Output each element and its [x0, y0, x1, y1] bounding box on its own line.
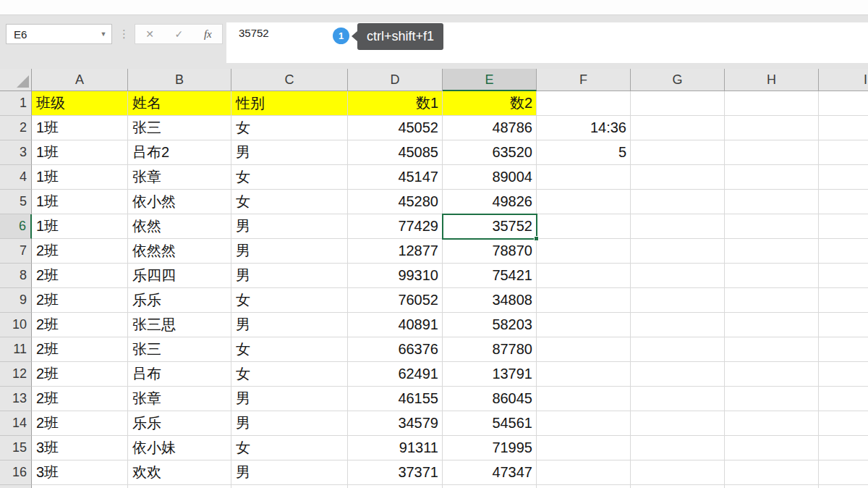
cell[interactable]: 78870: [443, 239, 537, 264]
cell[interactable]: 35752: [443, 214, 537, 239]
cell[interactable]: 63520: [443, 140, 537, 165]
cell[interactable]: [631, 362, 725, 387]
cell[interactable]: [819, 313, 868, 337]
cell[interactable]: 性别: [231, 91, 348, 116]
cell[interactable]: 34579: [348, 411, 443, 436]
cell[interactable]: 数2: [443, 91, 537, 116]
cell[interactable]: 2班: [32, 264, 128, 288]
cell[interactable]: 99310: [348, 264, 443, 288]
cell[interactable]: 5: [537, 140, 631, 165]
cell[interactable]: [819, 190, 868, 214]
cell[interactable]: 47347: [443, 460, 537, 485]
cell[interactable]: [725, 436, 819, 460]
cell-name-box[interactable]: E6 ▼: [6, 24, 112, 44]
cell[interactable]: 1班: [32, 140, 128, 165]
cell[interactable]: 女: [231, 190, 348, 214]
cell[interactable]: [537, 91, 631, 116]
cell[interactable]: 45147: [348, 165, 443, 190]
cell[interactable]: 46155: [348, 387, 443, 411]
cell[interactable]: 乐乐: [128, 411, 231, 436]
row-header[interactable]: 12: [0, 362, 32, 387]
cell[interactable]: [725, 91, 819, 116]
cell[interactable]: 45085: [348, 140, 443, 165]
cell[interactable]: [631, 239, 725, 264]
row-header[interactable]: 17: [0, 485, 32, 488]
cell[interactable]: 3班: [32, 436, 128, 460]
cell[interactable]: [725, 116, 819, 140]
cell[interactable]: [537, 337, 631, 362]
cell[interactable]: 女: [231, 362, 348, 387]
row-header[interactable]: 10: [0, 313, 32, 337]
cell[interactable]: 2班: [32, 362, 128, 387]
cell[interactable]: [725, 460, 819, 485]
cell[interactable]: [819, 460, 868, 485]
row-header[interactable]: 3: [0, 140, 32, 165]
column-header-h[interactable]: H: [725, 69, 819, 91]
insert-function-icon[interactable]: fx: [204, 28, 212, 41]
cell[interactable]: [631, 165, 725, 190]
cell[interactable]: 男: [231, 239, 348, 264]
row-header[interactable]: 8: [0, 264, 32, 288]
cell[interactable]: 张章: [128, 165, 231, 190]
confirm-icon[interactable]: ✓: [175, 28, 184, 40]
cell[interactable]: 75421: [443, 264, 537, 288]
cell[interactable]: [631, 214, 725, 239]
column-header-i[interactable]: I: [819, 69, 868, 91]
cancel-icon[interactable]: ✕: [145, 28, 154, 40]
row-header[interactable]: 11: [0, 337, 32, 362]
cell[interactable]: [231, 485, 348, 488]
cell[interactable]: 女: [231, 436, 348, 460]
cell[interactable]: [819, 91, 868, 116]
cell[interactable]: [819, 214, 868, 239]
cell[interactable]: [631, 313, 725, 337]
cell[interactable]: 40891: [348, 313, 443, 337]
cell[interactable]: 吕布: [128, 362, 231, 387]
cell[interactable]: 89004: [443, 165, 537, 190]
column-header-f[interactable]: F: [537, 69, 631, 91]
cell[interactable]: 13791: [443, 362, 537, 387]
cell[interactable]: [725, 362, 819, 387]
fill-handle[interactable]: [534, 236, 539, 241]
cell[interactable]: 45052: [348, 116, 443, 140]
cell[interactable]: 男: [231, 411, 348, 436]
cell[interactable]: [631, 460, 725, 485]
cell[interactable]: [631, 411, 725, 436]
cell[interactable]: 女: [231, 116, 348, 140]
cell[interactable]: [819, 411, 868, 436]
cell[interactable]: 76052: [348, 288, 443, 313]
cell[interactable]: 54561: [443, 411, 537, 436]
cell[interactable]: 58203: [443, 313, 537, 337]
cell[interactable]: 男: [231, 140, 348, 165]
cell[interactable]: [725, 264, 819, 288]
cell[interactable]: 依小然: [128, 190, 231, 214]
cell[interactable]: [819, 387, 868, 411]
cell[interactable]: 依然然: [128, 239, 231, 264]
cell[interactable]: 男: [231, 387, 348, 411]
cell[interactable]: [631, 91, 725, 116]
column-header-d[interactable]: D: [348, 69, 443, 91]
row-header[interactable]: 4: [0, 165, 32, 190]
cell[interactable]: [631, 116, 725, 140]
cell[interactable]: 男: [231, 460, 348, 485]
cell[interactable]: 77429: [348, 214, 443, 239]
cell[interactable]: [537, 485, 631, 488]
cell[interactable]: 女: [231, 288, 348, 313]
cell[interactable]: 71995: [443, 436, 537, 460]
row-header[interactable]: 14: [0, 411, 32, 436]
cell[interactable]: 2班: [32, 313, 128, 337]
column-header-b[interactable]: B: [128, 69, 231, 91]
cell[interactable]: [819, 485, 868, 488]
cell[interactable]: [631, 288, 725, 313]
cell[interactable]: 62491: [348, 362, 443, 387]
cell[interactable]: [725, 140, 819, 165]
cell[interactable]: [537, 411, 631, 436]
cell[interactable]: 1班: [32, 165, 128, 190]
cell[interactable]: [725, 387, 819, 411]
cell[interactable]: 吕布2: [128, 140, 231, 165]
cell[interactable]: [819, 362, 868, 387]
row-header[interactable]: 2: [0, 116, 32, 140]
cell[interactable]: [725, 214, 819, 239]
column-header-e[interactable]: E: [443, 69, 537, 91]
cell[interactable]: 3班: [32, 460, 128, 485]
cell[interactable]: [631, 190, 725, 214]
